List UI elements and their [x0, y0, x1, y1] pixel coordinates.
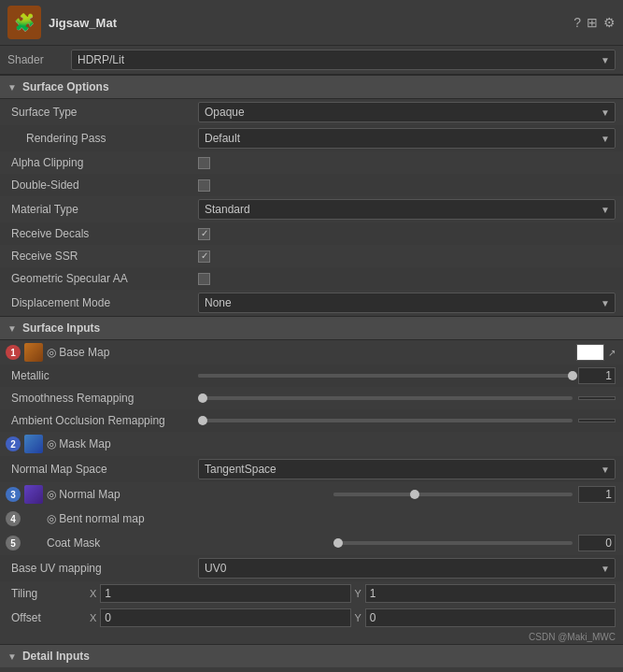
surface-options-arrow-icon: ▼: [7, 82, 17, 93]
offset-y-input[interactable]: [365, 608, 616, 627]
tiling-fields: X Y: [90, 584, 616, 603]
smoothness-row: Smoothness Remapping: [0, 387, 623, 409]
metallic-row: Metallic 1: [0, 365, 623, 387]
smoothness-value-display: [578, 396, 616, 400]
tiling-row: Tiling X Y: [0, 581, 623, 606]
rendering-pass-select[interactable]: Default: [198, 128, 616, 149]
normal-map-space-select-wrapper: TangentSpace ▼: [198, 459, 616, 479]
ambient-occlusion-row: Ambient Occlusion Remapping: [0, 409, 623, 432]
smoothness-value: [198, 396, 616, 400]
tiling-x-input[interactable]: [100, 584, 350, 603]
receive-ssr-checkbox[interactable]: [198, 250, 210, 263]
base-map-expand-icon[interactable]: ↗: [608, 348, 616, 358]
surface-type-select-wrapper: Opaque ▼: [198, 102, 616, 122]
normal-map-slider-thumb[interactable]: [410, 490, 419, 499]
surface-options-section[interactable]: ▼ Surface Options: [0, 75, 623, 99]
surface-type-select[interactable]: Opaque: [198, 102, 616, 122]
normal-map-space-row: Normal Map Space TangentSpace ▼: [0, 456, 623, 482]
receive-decals-value: [198, 228, 616, 240]
detail-inputs-title: Detail Inputs: [22, 650, 90, 663]
base-uv-select-wrapper: UV0 ▼: [198, 558, 616, 579]
coat-mask-slider-thumb[interactable]: [333, 538, 343, 548]
detail-inputs-section[interactable]: ▼ Detail Inputs: [0, 644, 623, 667]
material-title: Jigsaw_Mat: [49, 16, 566, 30]
tiling-x-label: X: [90, 588, 96, 599]
receive-ssr-row: Receive SSR: [0, 245, 623, 267]
normal-map-space-select[interactable]: TangentSpace: [198, 459, 616, 479]
surface-inputs-arrow-icon: ▼: [7, 323, 17, 334]
shader-select-wrapper: HDRP/Lit ▼: [71, 50, 616, 70]
base-map-number: 1: [6, 345, 21, 360]
displacement-mode-label: Displacement Mode: [11, 296, 198, 309]
base-uv-select[interactable]: UV0: [198, 558, 616, 579]
material-type-value: Standard ▼: [198, 199, 616, 220]
help-icon[interactable]: ?: [573, 15, 581, 30]
receive-ssr-label: Receive SSR: [11, 250, 198, 263]
material-type-row: Material Type Standard ▼: [0, 196, 623, 222]
tiling-y-label: Y: [355, 588, 361, 599]
normal-map-thumbnail: [24, 485, 43, 504]
mask-map-number: 2: [6, 436, 21, 451]
metallic-label: Metallic: [11, 369, 198, 382]
ambient-occlusion-label: Ambient Occlusion Remapping: [11, 414, 198, 427]
offset-fields: X Y: [90, 608, 616, 627]
coat-mask-row: 5 Coat Mask 0: [0, 531, 623, 555]
surface-inputs-title: Surface Inputs: [22, 322, 100, 335]
watermark-text: CSDN @Maki_MWC: [529, 632, 616, 642]
normal-map-slider-container: 1: [333, 486, 616, 503]
double-sided-checkbox[interactable]: [198, 179, 210, 192]
receive-decals-checkbox[interactable]: [198, 228, 210, 240]
geometric-specular-aa-row: Geometric Specular AA: [0, 267, 623, 290]
displacement-mode-select[interactable]: None: [198, 293, 616, 313]
header-icons: ? ⊞ ⚙: [573, 15, 616, 30]
geometric-specular-aa-checkbox[interactable]: [198, 273, 210, 285]
ambient-occlusion-slider-thumb[interactable]: [198, 416, 207, 425]
rendering-pass-label: Rendering Pass: [11, 132, 198, 145]
normal-map-label: ◎ Normal Map: [47, 488, 330, 501]
displacement-mode-value: None ▼: [198, 293, 616, 313]
material-type-select[interactable]: Standard: [198, 199, 616, 220]
detail-inputs-arrow-icon: ▼: [7, 651, 17, 662]
coat-mask-value-display: 0: [578, 535, 616, 551]
metallic-slider-thumb[interactable]: [568, 371, 577, 380]
offset-x-input[interactable]: [100, 608, 350, 627]
shader-label: Shader: [7, 53, 64, 66]
normal-map-number: 3: [6, 487, 21, 502]
alpha-clipping-label: Alpha Clipping: [11, 156, 198, 169]
material-type-select-wrapper: Standard ▼: [198, 199, 616, 220]
header: 🧩 Jigsaw_Mat ? ⊞ ⚙: [0, 0, 623, 46]
layout-icon[interactable]: ⊞: [587, 15, 598, 30]
tiling-y-input[interactable]: [365, 584, 616, 603]
bent-normal-number: 4: [6, 511, 21, 526]
double-sided-value: [198, 179, 616, 192]
coat-mask-number: 5: [6, 536, 21, 550]
smoothness-slider-thumb[interactable]: [198, 393, 207, 403]
shader-row: Shader HDRP/Lit ▼: [0, 46, 623, 75]
double-sided-label: Double-Sided: [11, 179, 198, 192]
surface-inputs-section[interactable]: ▼ Surface Inputs: [0, 316, 623, 340]
base-uv-value: UV0 ▼: [198, 558, 616, 579]
normal-map-slider-track[interactable]: [333, 493, 573, 496]
base-map-row: 1 ◎ Base Map ↗: [0, 340, 623, 365]
settings-icon[interactable]: ⚙: [603, 15, 616, 30]
rendering-pass-row: Rendering Pass Default ▼: [0, 125, 623, 151]
coat-mask-slider-container: 0: [333, 535, 616, 551]
alpha-clipping-checkbox[interactable]: [198, 157, 210, 169]
base-map-color-swatch[interactable]: [576, 344, 604, 361]
offset-row: Offset X Y: [0, 606, 623, 630]
metallic-slider-track[interactable]: [198, 374, 573, 378]
receive-ssr-value: [198, 250, 616, 263]
shader-select[interactable]: HDRP/Lit: [71, 50, 616, 70]
ambient-occlusion-slider-track[interactable]: [198, 419, 573, 422]
receive-decals-label: Receive Decals: [11, 227, 198, 240]
ambient-occlusion-value-display: [578, 419, 616, 422]
smoothness-slider-track[interactable]: [198, 396, 573, 400]
rendering-pass-value: Default ▼: [198, 128, 616, 149]
metallic-value-display: 1: [578, 367, 616, 384]
coat-mask-label: Coat Mask: [47, 536, 330, 550]
rendering-pass-select-wrapper: Default ▼: [198, 128, 616, 149]
ambient-occlusion-value: [198, 419, 616, 422]
geometric-specular-aa-value: [198, 273, 616, 285]
material-type-label: Material Type: [11, 203, 198, 216]
coat-mask-slider-track[interactable]: [333, 541, 573, 545]
